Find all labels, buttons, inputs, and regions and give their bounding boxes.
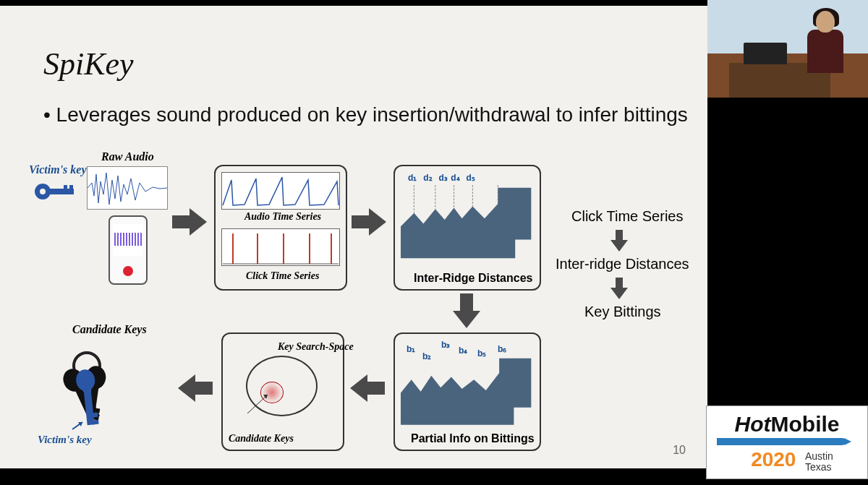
side-flow-step2: Inter-ridge Distances (556, 256, 689, 272)
side-flow-step3: Key Bittings (584, 304, 661, 320)
arrow-icon (178, 374, 213, 402)
arrow-icon (172, 208, 207, 236)
side-flow-step1: Click Time Series (571, 208, 683, 225)
label-victims-key-bottom: Victim's key (38, 434, 92, 446)
logo-year: 2020 (751, 448, 796, 471)
label-candidate-keys: Candidate Keys (72, 324, 147, 336)
svg-rect-26 (92, 413, 98, 418)
label-candidate-keys-inner: Candidate Keys (229, 433, 279, 444)
speaker-video-thumbnail (707, 0, 868, 98)
raw-audio-waveform (87, 166, 168, 210)
arrow-icon (610, 230, 628, 252)
svg-line-13 (247, 395, 268, 413)
key-profile-bittings (401, 351, 534, 428)
logo-location: AustinTexas (805, 451, 833, 473)
label-key-search-space: Key Search-Space (278, 341, 354, 352)
label-inter-ridge: Inter-Ridge Distances (414, 272, 532, 285)
arrow-icon (350, 374, 385, 402)
click-time-series-chart (221, 228, 340, 266)
box-search-space: Key Search-Space Candidate Keys (221, 332, 344, 451)
slide-bullet: Leverages sound produced on key insertio… (43, 103, 688, 126)
audio-time-series-chart (221, 172, 340, 210)
presentation-slide: SpiKey Leverages sound produced on key i… (0, 6, 707, 468)
key-icon (35, 182, 75, 201)
label-raw-audio: Raw Audio (101, 150, 154, 163)
keyring-icon (43, 347, 145, 434)
svg-marker-6 (401, 188, 531, 259)
phone-icon (109, 215, 148, 285)
arrow-icon (352, 208, 386, 236)
label-victims-key-top: Victim's key (29, 163, 87, 176)
label-click-ts: Click Time Series (246, 270, 319, 282)
svg-marker-12 (401, 359, 531, 425)
svg-rect-27 (93, 420, 99, 425)
slide-title: SpiKey (43, 46, 134, 82)
arrow-icon (610, 278, 628, 299)
svg-rect-22 (94, 408, 101, 413)
box-inter-ridge: d₁ d₂ d₃ d₄ d₅ Inter-Ridge Distances (393, 165, 541, 291)
arrow-icon (453, 293, 480, 328)
search-space-diagram (239, 356, 326, 421)
logo-underline (717, 438, 846, 445)
box-partial-info: b₁ b₂ b₃ b₄ b₅ b₆ Partial Info on Bittin… (393, 332, 541, 451)
label-audio-ts: Audio Time Series (244, 211, 321, 223)
key-profile-inter-ridge (401, 172, 534, 267)
logo-name: HotMobile (707, 412, 867, 437)
page-number: 10 (673, 444, 686, 457)
conference-logo: HotMobile 2020 AustinTexas (706, 405, 868, 479)
box-time-series: Audio Time Series Click Time Series (214, 165, 347, 291)
label-partial-info: Partial Info on Bittings (411, 432, 535, 445)
